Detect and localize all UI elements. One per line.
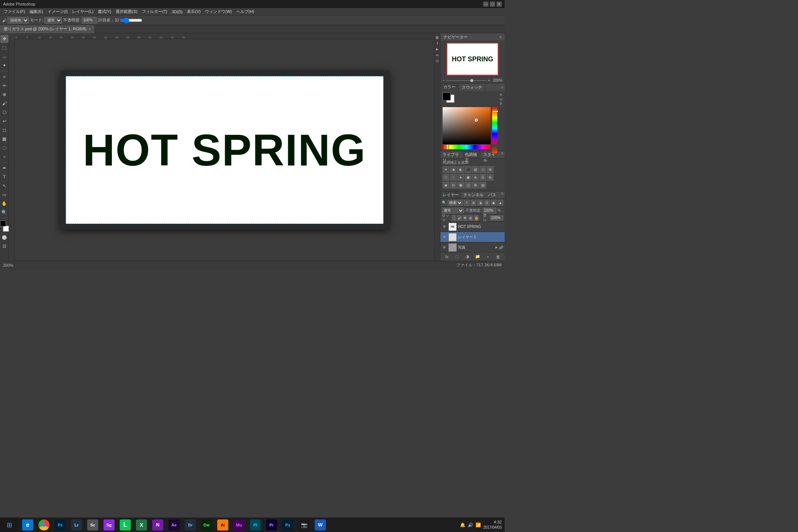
add-layer-style-btn[interactable]: fx [444, 253, 450, 260]
menu-window[interactable]: ウィンドウ(W) [203, 8, 234, 15]
color-saturation-area[interactable] [443, 107, 491, 144]
menu-image[interactable]: イメージ(I) [45, 8, 70, 15]
canvas-white-area[interactable]: HOT SPRING [66, 76, 383, 224]
hsl-btn[interactable]: ◻ [480, 166, 486, 173]
add-layer-btn[interactable]: + [484, 253, 491, 260]
layers-panel-menu[interactable]: ≡ [499, 191, 505, 198]
layer-row-layer1[interactable]: 👁 レイヤー 1 [440, 232, 505, 242]
tab-color[interactable]: カラー [440, 83, 459, 91]
maximize-button[interactable]: □ [490, 1, 495, 7]
canvas-inner[interactable]: HOT SPRING [15, 39, 434, 261]
color-gradient-picker[interactable] [443, 107, 497, 144]
hand-tool[interactable]: ✋ [0, 200, 8, 208]
zoom-tool[interactable]: 🔍 [0, 208, 8, 216]
text-tool[interactable]: T [0, 173, 8, 181]
exposure-btn[interactable]: ⬛ [465, 166, 471, 173]
tab-swatches[interactable]: スウォッチ [459, 83, 485, 91]
shape-tool[interactable]: ▭ [0, 191, 8, 199]
color-hue-strip[interactable] [492, 107, 497, 144]
color-hue-bar[interactable] [443, 145, 491, 149]
delete-layer-btn[interactable]: 🗑 [495, 253, 501, 260]
foreground-color-swatch[interactable] [443, 92, 451, 100]
adj-panel-menu[interactable]: ≡ [499, 151, 505, 158]
zoom-in-icon[interactable]: + [488, 78, 490, 82]
layer-filter-type-btn[interactable]: T [464, 200, 470, 206]
document-tab[interactable]: 磨りガラス.psd @ 200% (レイヤー 1, RGB/8) × [0, 25, 95, 33]
tab-library[interactable]: ライブラリ [440, 151, 463, 158]
menu-format[interactable]: 書式(Y) [96, 8, 114, 15]
clone-stamp-tool[interactable]: ⬡ [0, 108, 8, 116]
canvas-document[interactable]: HOT SPRING [60, 71, 389, 229]
canvas-area[interactable]: 0 5 10 15 20 25 30 35 40 45 50 55 60 65 … [9, 33, 434, 261]
layer-filter-attr-btn[interactable]: ⊟ [484, 200, 490, 206]
brush-tool[interactable]: 🖌 [0, 99, 8, 108]
zoom-slider-thumb[interactable] [470, 79, 473, 82]
blur-tool[interactable]: ◌ [0, 144, 8, 152]
quick-select-tool[interactable]: ✦ [0, 61, 8, 69]
lock-transparent-btn[interactable]: ⬚ [452, 215, 456, 221]
opacity-strip[interactable] [492, 146, 497, 153]
invert-btn[interactable]: ⊕ [472, 174, 479, 181]
add-group-btn[interactable]: 📁 [474, 253, 481, 260]
color-swatches[interactable] [0, 221, 9, 232]
tab-paths[interactable]: パス [486, 191, 498, 198]
lock-position-btn[interactable]: ✥ [463, 215, 467, 221]
menu-filter[interactable]: フィルター(T) [140, 8, 170, 15]
curves-btn[interactable]: ◐ [457, 166, 464, 173]
layer-visibility-eye[interactable]: 👁 [442, 245, 447, 249]
layer-visibility-eye[interactable]: 👁 [442, 225, 447, 229]
history-brush-tool[interactable]: ↩ [0, 117, 8, 125]
color-lookup-btn[interactable]: ▣ [465, 174, 471, 181]
menu-select[interactable]: 選択範囲(S) [113, 8, 140, 15]
healing-brush-tool[interactable]: ⊕ [0, 91, 8, 99]
marquee-tool[interactable]: ⬚ [0, 44, 8, 52]
eraser-tool[interactable]: ◻ [0, 126, 8, 134]
lock-artboard-btn[interactable]: ⊞ [468, 215, 473, 221]
color-panel-menu[interactable]: ≡ [499, 85, 505, 89]
selective-color-btn[interactable]: ⊟ [450, 182, 457, 188]
lock-all-btn[interactable]: 🔒 [474, 215, 479, 221]
eyedropper-tool[interactable]: ✏ [0, 82, 8, 90]
add-adjustment-btn[interactable]: ◑ [464, 253, 471, 260]
pen-tool[interactable]: ✒ [0, 164, 8, 172]
layer-filter-smart-btn[interactable]: ▲ [498, 200, 503, 206]
vibrance-btn[interactable]: ▤ [472, 166, 479, 173]
navigator-collapse-button[interactable]: ≡ [499, 35, 502, 39]
opacity-input[interactable] [82, 17, 97, 24]
channel-mixer-btn[interactable]: ♦ [457, 174, 464, 181]
menu-view[interactable]: 表示(V) [185, 8, 203, 15]
crop-tool[interactable]: ⌗ [0, 73, 8, 81]
blend-mode-select[interactable]: 通常 [44, 17, 62, 24]
lasso-tool[interactable]: ⌓ [0, 52, 8, 61]
layer-filter-color-btn[interactable]: ◉ [491, 200, 497, 206]
info-icon[interactable]: ℹ [435, 41, 440, 46]
gradient-tool[interactable]: ▦ [0, 135, 8, 143]
dodge-tool[interactable]: ○ [0, 153, 8, 161]
levels-btn[interactable]: ◑ [450, 166, 457, 173]
move-tool[interactable]: ✥ [0, 35, 8, 43]
layer-row-hot-spring[interactable]: 👁 HS HOT SPRING [440, 222, 505, 232]
hue-handle[interactable] [493, 111, 498, 112]
zoom-slider-track[interactable] [446, 80, 487, 81]
actions-icon[interactable]: ▶ [435, 47, 440, 52]
menu-3d[interactable]: 3D(D) [170, 9, 185, 15]
path-select-tool[interactable]: ↖ [0, 182, 8, 190]
color-balance-btn[interactable]: ⊞ [487, 166, 494, 173]
tab-close-button[interactable]: × [89, 27, 91, 31]
fill-value-input[interactable] [490, 215, 503, 221]
color-picker-handle[interactable] [475, 119, 478, 122]
gradient-map-btn[interactable]: ◉ [443, 182, 449, 188]
hue-bar-handle[interactable] [446, 144, 449, 150]
layer-visibility-eye[interactable]: 👁 [442, 235, 447, 239]
zoom-out-icon[interactable]: − [443, 78, 445, 82]
minimize-button[interactable]: — [483, 1, 488, 7]
layer-filter-effect-btn[interactable]: ⊞ [471, 200, 476, 206]
brightness-contrast-btn[interactable]: ☀ [443, 166, 449, 173]
window-controls[interactable]: — □ ✕ [483, 1, 502, 7]
layer-filter-select[interactable]: 検索 [447, 200, 463, 206]
add-mask-btn[interactable]: ⬚ [454, 253, 460, 260]
gradient-fill-btn[interactable]: ⊠ [472, 182, 479, 188]
bw-btn[interactable]: ⬡ [443, 174, 449, 181]
tab-channels[interactable]: チャンネル [461, 191, 486, 198]
menu-file[interactable]: ファイル(F) [1, 8, 27, 15]
